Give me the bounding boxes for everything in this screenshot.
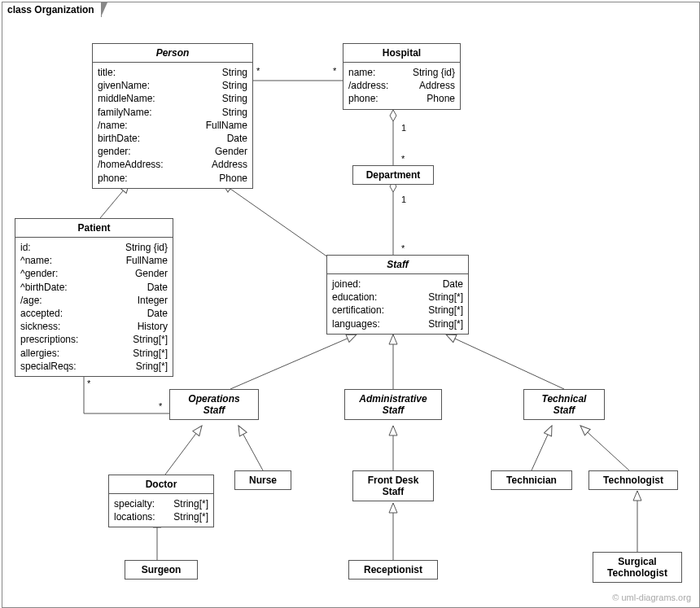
class-operations-staff: Operations Staff bbox=[169, 389, 259, 420]
attribute-row: id:String {id} bbox=[20, 241, 168, 254]
attribute-row: phone:Phone bbox=[348, 92, 455, 105]
watermark: © uml-diagrams.org bbox=[612, 593, 691, 602]
class-person: Person title:StringgivenName:Stringmiddl… bbox=[92, 43, 253, 189]
attribute-row: /name:FullName bbox=[98, 119, 247, 132]
attribute-row: title:String bbox=[98, 66, 247, 79]
svg-line-9 bbox=[238, 426, 263, 470]
class-patient: Patient id:String {id}^name:FullName^gen… bbox=[15, 218, 173, 377]
class-department: Department bbox=[352, 165, 434, 185]
attribute-row: prescriptions:String[*] bbox=[20, 333, 168, 346]
mult-hospital-dept-top: 1 bbox=[401, 123, 406, 133]
attribute-row: education:String[*] bbox=[332, 291, 463, 304]
attribute-row: familyName:String bbox=[98, 106, 247, 119]
mult-dept-staff-bottom: * bbox=[401, 243, 405, 253]
class-doctor: Doctor specialty:String[*]locations:Stri… bbox=[108, 475, 214, 527]
svg-line-7 bbox=[446, 335, 564, 389]
attribute-row: locations:String[*] bbox=[114, 510, 208, 523]
class-surgeon: Surgeon bbox=[125, 560, 198, 580]
class-hospital-attrs: name:String {id}/address:Addressphone:Ph… bbox=[343, 63, 460, 109]
class-technical-staff: Technical Staff bbox=[523, 389, 605, 420]
mult-hospital-dept-bottom: * bbox=[401, 154, 405, 164]
attribute-row: phone:Phone bbox=[98, 172, 247, 185]
class-administrative-staff: Administrative Staff bbox=[344, 389, 442, 420]
attribute-row: languages:String[*] bbox=[332, 317, 463, 330]
attribute-row: givenName:String bbox=[98, 79, 247, 92]
svg-line-11 bbox=[532, 426, 552, 470]
attribute-row: accepted:Date bbox=[20, 307, 168, 320]
attribute-row: ^birthDate:Date bbox=[20, 281, 168, 294]
class-person-attrs: title:StringgivenName:StringmiddleName:S… bbox=[93, 63, 252, 188]
class-surgical-technologist-name: Surgical Technologist bbox=[593, 553, 681, 582]
class-patient-name: Patient bbox=[15, 219, 173, 238]
attribute-row: /age:Integer bbox=[20, 294, 168, 307]
class-operations-staff-name: Operations Staff bbox=[170, 390, 258, 419]
class-hospital: Hospital name:String {id}/address:Addres… bbox=[343, 43, 461, 110]
mult-patient-ops-left: * bbox=[87, 378, 90, 388]
mult-patient-ops-right: * bbox=[159, 401, 162, 411]
class-surgeon-name: Surgeon bbox=[125, 561, 197, 579]
class-surgical-technologist: Surgical Technologist bbox=[593, 552, 682, 583]
svg-line-12 bbox=[580, 426, 629, 470]
class-nurse-name: Nurse bbox=[235, 471, 291, 489]
attribute-row: name:String {id} bbox=[348, 66, 455, 79]
class-staff: Staff joined:Dateeducation:String[*]cert… bbox=[326, 255, 469, 335]
diagram-title: class Organization bbox=[2, 2, 102, 17]
class-technician: Technician bbox=[491, 470, 572, 490]
class-hospital-name: Hospital bbox=[343, 44, 460, 63]
mult-dept-staff-top: 1 bbox=[401, 195, 406, 204]
class-doctor-name: Doctor bbox=[109, 475, 213, 494]
class-front-desk-staff: Front Desk Staff bbox=[352, 470, 434, 501]
class-administrative-staff-name: Administrative Staff bbox=[345, 390, 441, 419]
attribute-row: gender:Gender bbox=[98, 145, 247, 158]
attribute-row: /homeAddress:Address bbox=[98, 158, 247, 171]
class-front-desk-staff-name: Front Desk Staff bbox=[353, 471, 433, 501]
attribute-row: specialty:String[*] bbox=[114, 497, 208, 510]
attribute-row: specialReqs:Sring[*] bbox=[20, 360, 168, 373]
class-technologist: Technologist bbox=[588, 470, 678, 490]
attribute-row: ^name:FullName bbox=[20, 254, 168, 267]
class-staff-name: Staff bbox=[327, 256, 468, 274]
class-technical-staff-name: Technical Staff bbox=[524, 390, 604, 419]
class-patient-attrs: id:String {id}^name:FullName^gender:Gend… bbox=[15, 238, 173, 376]
attribute-row: birthDate:Date bbox=[98, 132, 247, 145]
class-staff-attrs: joined:Dateeducation:String[*]certificat… bbox=[327, 274, 468, 334]
class-technologist-name: Technologist bbox=[589, 471, 677, 489]
attribute-row: ^gender:Gender bbox=[20, 267, 168, 280]
mult-person-hospital-right: * bbox=[333, 66, 336, 76]
class-person-name: Person bbox=[93, 44, 252, 63]
attribute-row: certification:String[*] bbox=[332, 304, 463, 317]
diagram-frame: class Organization bbox=[2, 2, 700, 608]
svg-line-4 bbox=[222, 183, 336, 263]
class-doctor-attrs: specialty:String[*]locations:String[*] bbox=[109, 494, 213, 527]
svg-line-8 bbox=[165, 426, 202, 475]
attribute-row: middleName:String bbox=[98, 92, 247, 105]
attribute-row: joined:Date bbox=[332, 278, 463, 291]
mult-person-hospital-left: * bbox=[256, 66, 260, 76]
class-nurse: Nurse bbox=[234, 470, 291, 490]
attribute-row: /address:Address bbox=[348, 79, 455, 92]
attribute-row: allergies:String[*] bbox=[20, 347, 168, 360]
svg-line-5 bbox=[230, 335, 357, 389]
class-receptionist-name: Receptionist bbox=[349, 561, 437, 579]
class-receptionist: Receptionist bbox=[348, 560, 438, 580]
attribute-row: sickness:History bbox=[20, 320, 168, 333]
class-department-name: Department bbox=[353, 166, 433, 184]
class-technician-name: Technician bbox=[492, 471, 571, 489]
